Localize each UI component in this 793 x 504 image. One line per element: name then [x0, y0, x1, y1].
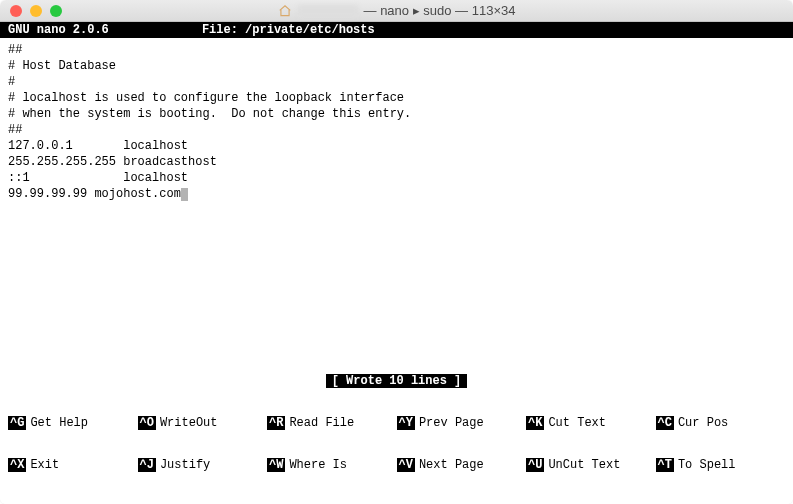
nano-file-label: File: /private/etc/hosts: [202, 23, 375, 37]
shortcut-row-2: ^XExit ^JJustify ^WWhere Is ^VNext Page …: [8, 458, 785, 472]
close-button[interactable]: [10, 5, 22, 17]
shortcut-justify: ^JJustify: [138, 458, 268, 472]
shortcut-uncut-text: ^UUnCut Text: [526, 458, 656, 472]
minimize-button[interactable]: [30, 5, 42, 17]
shortcut-bar: ^GGet Help ^OWriteOut ^RRead File ^YPrev…: [0, 388, 793, 504]
nano-version: GNU nano 2.0.6: [8, 23, 109, 37]
file-line: ::1 localhost: [8, 171, 188, 185]
shortcut-cut-text: ^KCut Text: [526, 416, 656, 430]
shortcut-row-1: ^GGet Help ^OWriteOut ^RRead File ^YPrev…: [8, 416, 785, 430]
zoom-button[interactable]: [50, 5, 62, 17]
shortcut-exit: ^XExit: [8, 458, 138, 472]
shortcut-to-spell: ^TTo Spell: [656, 458, 786, 472]
shortcut-writeout: ^OWriteOut: [138, 416, 268, 430]
window-controls: [0, 5, 62, 17]
terminal[interactable]: GNU nano 2.0.6 File: /private/etc/hosts …: [0, 22, 793, 504]
status-line: [ Wrote 10 lines ]: [0, 374, 793, 388]
titlebar: — nano ▸ sudo — 113×34: [0, 0, 793, 22]
file-line: #: [8, 75, 15, 89]
shortcut-where-is: ^WWhere Is: [267, 458, 397, 472]
home-icon: [278, 4, 292, 18]
shortcut-prev-page: ^YPrev Page: [397, 416, 527, 430]
file-line: 255.255.255.255 broadcasthost: [8, 155, 217, 169]
title-redacted: [298, 5, 358, 17]
status-text: [ Wrote 10 lines ]: [326, 374, 468, 388]
nano-header: GNU nano 2.0.6 File: /private/etc/hosts: [0, 22, 793, 38]
window-title: — nano ▸ sudo — 113×34: [0, 3, 793, 18]
file-line: 99.99.99.99 mojohost.com: [8, 187, 181, 201]
file-line: 127.0.0.1 localhost: [8, 139, 188, 153]
cursor: [181, 188, 188, 201]
file-line: ##: [8, 123, 22, 137]
shortcut-read-file: ^RRead File: [267, 416, 397, 430]
shortcut-cur-pos: ^CCur Pos: [656, 416, 786, 430]
title-suffix: — nano ▸ sudo — 113×34: [364, 3, 516, 18]
file-line: # localhost is used to configure the loo…: [8, 91, 404, 105]
file-line: ##: [8, 43, 22, 57]
shortcut-get-help: ^GGet Help: [8, 416, 138, 430]
editor-content[interactable]: ## # Host Database # # localhost is used…: [0, 38, 793, 374]
shortcut-next-page: ^VNext Page: [397, 458, 527, 472]
file-line: # Host Database: [8, 59, 116, 73]
file-line: # when the system is booting. Do not cha…: [8, 107, 411, 121]
